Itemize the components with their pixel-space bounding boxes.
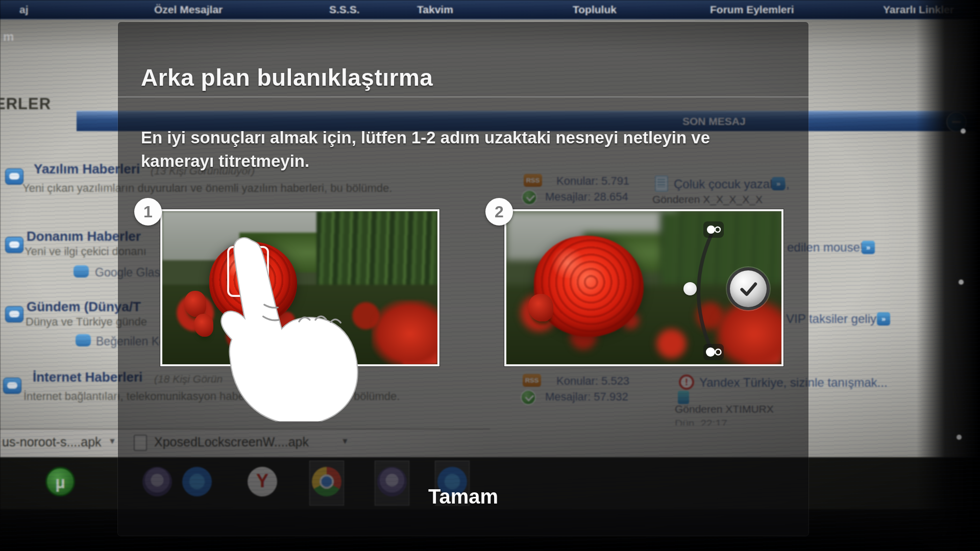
menu-item-partial: aj bbox=[19, 4, 29, 16]
goto-last-post-icon: » bbox=[862, 241, 875, 254]
pointing-hand-icon bbox=[215, 236, 383, 421]
forum-icon bbox=[5, 306, 23, 322]
menu-item-forum-eylemleri: Forum Eylemleri bbox=[710, 4, 794, 16]
menu-item-sss: S.S.S. bbox=[329, 4, 360, 16]
blur-slider-handle bbox=[683, 282, 697, 295]
bezel-dot bbox=[961, 129, 966, 134]
chevron-down-icon: ▼ bbox=[108, 437, 116, 446]
subforum-chat-icon bbox=[76, 334, 91, 346]
dialog-divider bbox=[118, 96, 808, 97]
download-item: us-noroot-s....apk bbox=[2, 435, 102, 449]
subforum-chat-icon bbox=[74, 265, 89, 278]
menu-item-takvim: Takvim bbox=[417, 4, 453, 16]
check-icon bbox=[734, 274, 763, 303]
confirm-check-button bbox=[727, 267, 770, 310]
background-blur-tutorial-dialog: Arka plan bulanıklaştırma En iyi sonuçla… bbox=[118, 22, 808, 536]
bezel-dot bbox=[959, 280, 964, 285]
rose-bud bbox=[194, 314, 213, 337]
tamam-button[interactable]: Tamam bbox=[118, 485, 808, 508]
forum-heading-partial: ERLER bbox=[0, 95, 51, 113]
goto-last-post-icon: » bbox=[877, 312, 890, 325]
utorrent-icon: µ bbox=[45, 467, 75, 496]
forum-menubar: aj Özel Mesajlar S.S.S. Takvim Topluluk … bbox=[0, 0, 980, 19]
bezel-dot bbox=[957, 435, 962, 440]
tutorial-image-blur-slider bbox=[504, 209, 783, 366]
dialog-title: Arka plan bulanıklaştırma bbox=[141, 64, 433, 91]
menu-item-topluluk: Topluluk bbox=[573, 4, 617, 16]
step-2-badge: 2 bbox=[485, 198, 513, 226]
step-1-badge: 1 bbox=[134, 198, 162, 226]
screen: aj Özel Mesajlar S.S.S. Takvim Topluluk … bbox=[0, 0, 980, 551]
dialog-instructions-line2: kamerayı titretmeyin. bbox=[141, 152, 309, 171]
stray-text-fragment: m bbox=[3, 30, 14, 44]
forum-icon bbox=[3, 378, 21, 394]
forum-icon bbox=[5, 237, 23, 253]
monitor-right-bezel bbox=[916, 0, 980, 551]
forum-icon bbox=[5, 168, 23, 185]
dialog-instructions-line1: En iyi sonuçları almak için, lütfen 1-2 … bbox=[141, 128, 710, 147]
rose-bud bbox=[184, 291, 206, 317]
menu-item-ozel-mesajlar: Özel Mesajlar bbox=[154, 4, 223, 16]
